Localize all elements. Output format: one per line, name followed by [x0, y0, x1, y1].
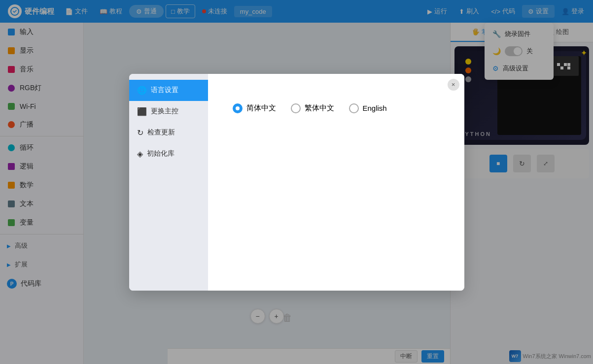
update-icon: ↻: [137, 128, 143, 137]
modal-sidebar: 🌐 语言设置 ⬛ 更换主控 ↻ 检查更新 ◈ 初始化库: [129, 74, 208, 291]
modal-overlay: 🌐 语言设置 ⬛ 更换主控 ↻ 检查更新 ◈ 初始化库: [0, 0, 593, 364]
radio-simplified[interactable]: 简体中文: [233, 103, 276, 113]
globe-icon: 🌐: [137, 86, 147, 95]
radio-circle-english: [349, 103, 359, 113]
radio-english[interactable]: English: [349, 103, 387, 113]
modal-sidebar-controller[interactable]: ⬛ 更换主控: [129, 101, 208, 122]
modal-content: 简体中文 繁体中文 English: [208, 74, 464, 291]
radio-circle-traditional: [291, 103, 301, 113]
init-icon: ◈: [137, 149, 143, 159]
modal-sidebar-init-lib[interactable]: ◈ 初始化库: [129, 143, 208, 165]
settings-modal: 🌐 语言设置 ⬛ 更换主控 ↻ 检查更新 ◈ 初始化库: [129, 74, 464, 291]
controller-icon: ⬛: [137, 107, 147, 116]
modal-sidebar-update[interactable]: ↻ 检查更新: [129, 122, 208, 143]
modal-sidebar-language[interactable]: 🌐 语言设置: [129, 80, 208, 101]
modal-close-btn[interactable]: ×: [448, 79, 459, 91]
radio-traditional[interactable]: 繁体中文: [291, 103, 334, 113]
language-radio-group: 简体中文 繁体中文 English: [233, 103, 387, 113]
radio-circle-simplified: [233, 103, 243, 113]
